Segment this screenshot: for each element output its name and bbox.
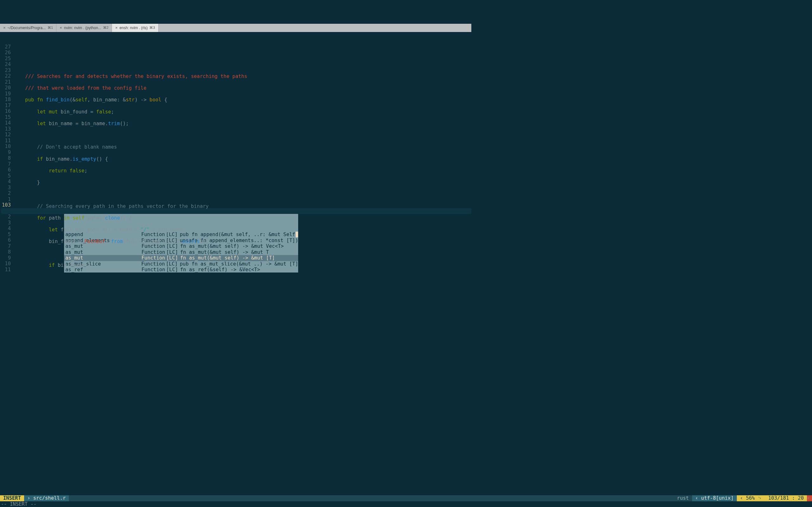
line-number-gutter: 2726252423222120191817161514131211109876… (0, 44, 13, 273)
tab-title: ensh: nvim . (rls) (119, 26, 148, 31)
close-icon[interactable]: × (60, 25, 62, 31)
close-icon[interactable]: × (3, 25, 6, 31)
tab-shortcut: ⌘2 (103, 26, 108, 30)
tab-2[interactable]: × nvim: nvim . (python... ⌘2 (56, 24, 112, 32)
tab-shortcut: ⌘1 (48, 26, 53, 30)
close-icon[interactable]: × (115, 25, 118, 31)
tab-1[interactable]: × ~/Documents/Progra... ⌘1 (0, 24, 56, 32)
tab-title: nvim: nvim . (python... (64, 26, 101, 31)
tab-3-active[interactable]: × ensh: nvim . (rls) ⌘3 (112, 24, 158, 32)
code-area[interactable]: /// Searches for and detects whether the… (13, 44, 471, 273)
tab-title: ~/Documents/Progra... (8, 26, 46, 31)
tab-shortcut: ⌘3 (149, 26, 155, 30)
editor-area[interactable]: 2726252423222120191817161514131211109876… (0, 44, 471, 273)
tab-bar: × ~/Documents/Progra... ⌘1 × nvim: nvim … (0, 24, 471, 32)
